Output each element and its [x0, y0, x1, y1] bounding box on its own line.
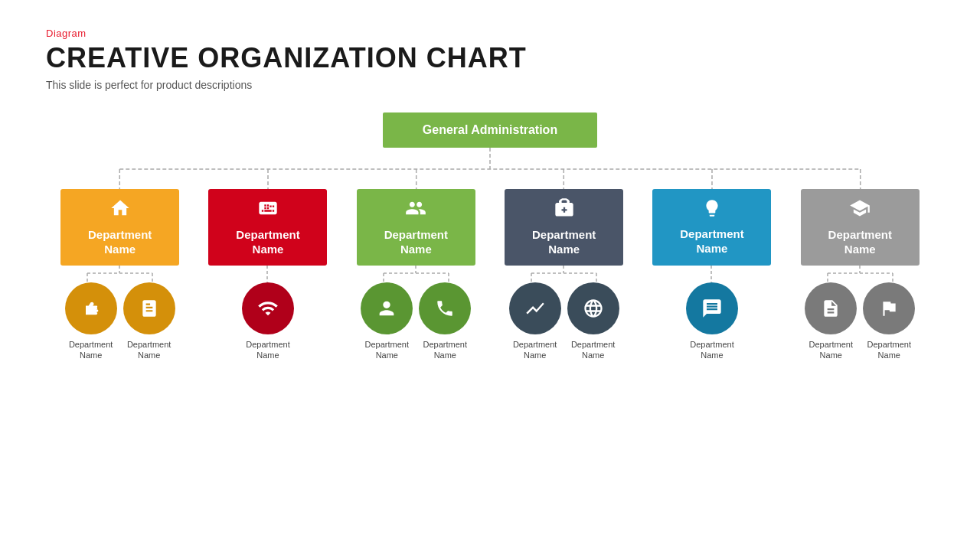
sub1b-label: Department Name — [127, 339, 171, 361]
slide: Diagram CREATIVE ORGANIZATION CHART This… — [0, 0, 980, 551]
root-node: General Administration — [383, 112, 597, 148]
sub-connector-svg-4 — [505, 266, 623, 282]
dept-box-3[interactable]: Department Name — [357, 189, 475, 266]
sub4a-circle[interactable] — [509, 282, 561, 334]
sub-connector-1 — [60, 266, 179, 282]
sub5a: Department Name — [686, 282, 738, 361]
sub-connector-svg-6 — [801, 266, 920, 282]
org-chart: General Administration — [46, 112, 934, 361]
sub1a-circle[interactable] — [65, 282, 117, 334]
sub6b-circle[interactable] — [863, 282, 915, 334]
chart-subtitle: This slide is perfect for product descri… — [46, 79, 934, 91]
departments-row: Department Name — [46, 189, 934, 361]
dept2-label: Department Name — [236, 227, 299, 257]
sub5a-label: Department Name — [690, 339, 733, 361]
sub-row-2: Department Name — [242, 282, 294, 361]
root-label: General Administration — [423, 123, 557, 136]
dept1-label: Department Name — [88, 227, 152, 257]
dept6-icon — [848, 197, 871, 223]
dept-box-5[interactable]: Department Name — [652, 189, 771, 266]
dept-col-5: Department Name Department Name — [638, 189, 786, 361]
sub-connector-6 — [801, 266, 920, 282]
dept-box-2[interactable]: Department Name — [208, 189, 327, 266]
sub3b-circle[interactable] — [419, 282, 471, 334]
dept-col-3: Department Name — [342, 189, 490, 361]
dept1-icon — [109, 197, 131, 223]
dept5-label: Department Name — [680, 227, 743, 256]
sub6b: Department Name — [863, 282, 915, 361]
sub3b-label: Department Name — [423, 339, 467, 361]
dept4-label: Department Name — [532, 227, 596, 257]
dept-col-2: Department Name Department Name — [194, 189, 341, 361]
sub-row-3: Department Name Department Name — [361, 282, 471, 361]
sub4b-circle[interactable] — [567, 282, 619, 334]
sub1a: Department Name — [65, 282, 117, 361]
sub-connector-svg-5 — [652, 266, 771, 282]
dept-col-1: Department Name — [46, 189, 194, 361]
dept-col-4: Department Name — [490, 189, 638, 361]
dept6-label: Department Name — [828, 227, 892, 257]
sub-connector-svg-3 — [357, 266, 475, 282]
sub3a-circle[interactable] — [361, 282, 413, 334]
sub-connector-svg-1 — [60, 266, 179, 282]
dept2-icon — [257, 197, 279, 223]
sub1b: Department Name — [123, 282, 175, 361]
sub3a-label: Department Name — [365, 339, 409, 361]
chart-title: CREATIVE ORGANIZATION CHART — [46, 42, 934, 74]
dept-box-1[interactable]: Department Name — [60, 189, 179, 266]
sub-connector-4 — [505, 266, 623, 282]
dept-box-6[interactable]: Department Name — [801, 189, 920, 266]
sub6a-circle[interactable] — [805, 282, 857, 334]
sub2a-label: Department Name — [246, 339, 289, 361]
sub-row-4: Department Name Department Name — [509, 282, 619, 361]
dept3-icon — [404, 197, 427, 223]
sub1b-circle[interactable] — [123, 282, 175, 334]
sub2a: Department Name — [242, 282, 294, 361]
connector-area — [46, 148, 934, 189]
dept4-icon — [554, 197, 575, 223]
sub3b: Department Name — [419, 282, 471, 361]
sub-row-1: Department Name Department Name — [65, 282, 175, 361]
sub-connector-3 — [357, 266, 475, 282]
connector-svg — [46, 148, 934, 189]
sub2a-circle[interactable] — [242, 282, 294, 334]
dept-box-4[interactable]: Department Name — [505, 189, 623, 266]
sub4b: Department Name — [567, 282, 619, 361]
sub-row-6: Department Name Department Name — [805, 282, 915, 361]
sub-connector-svg-2 — [208, 266, 327, 282]
diagram-label: Diagram — [46, 28, 934, 39]
sub4a-label: Department Name — [513, 339, 557, 361]
sub4a: Department Name — [509, 282, 561, 361]
sub6a-label: Department Name — [809, 339, 853, 361]
dept5-icon — [702, 198, 722, 222]
sub6a: Department Name — [805, 282, 857, 361]
dept3-label: Department Name — [384, 227, 448, 257]
sub4b-label: Department Name — [571, 339, 615, 361]
sub-row-5: Department Name — [686, 282, 738, 361]
sub6b-label: Department Name — [867, 339, 911, 361]
sub-connector-5 — [652, 266, 771, 282]
sub3a: Department Name — [361, 282, 413, 361]
dept-col-6: Department Name — [786, 189, 934, 361]
sub1a-label: Department Name — [69, 339, 113, 361]
sub5a-circle[interactable] — [686, 282, 738, 334]
sub-connector-2 — [208, 266, 327, 282]
